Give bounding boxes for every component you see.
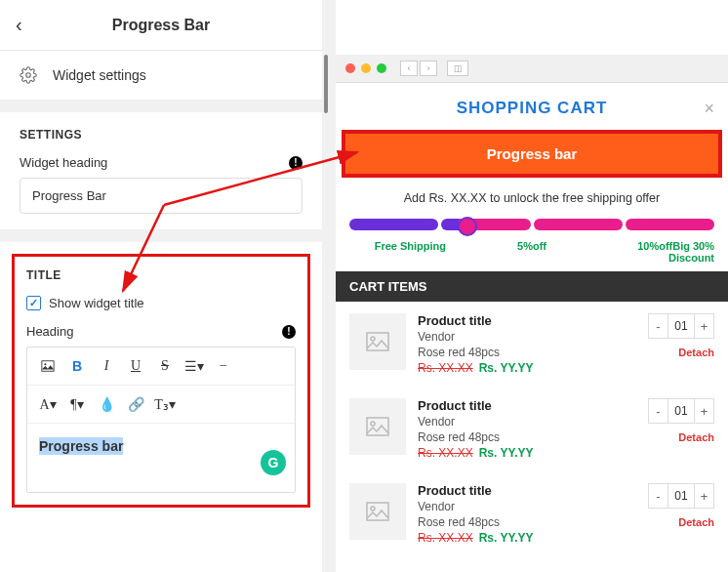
align-button[interactable]: ☰▾ [180,353,209,379]
product-variant: Rose red 48pcs [418,430,636,444]
qty-value: 01 [668,399,694,423]
panel-header: ‹ Progress Bar [0,0,322,51]
cart-title: SHOPPING CART [457,99,608,118]
widget-heading-input[interactable] [20,178,303,214]
cart-header: SHOPPING CART × [336,83,728,130]
progress-seg [626,219,714,230]
editor-content[interactable]: Progress bar [27,424,295,492]
nav-fwd-icon[interactable]: › [420,61,437,76]
product-title: Product title [418,313,636,328]
tier-label: Free Shipping [349,240,471,264]
settings-heading: SETTINGS [20,128,303,142]
preview-panel: ‹ › ◫ SHOPPING CART × Progress bar Add R… [336,0,728,572]
info-icon[interactable]: ! [289,156,303,170]
qty-stepper: -01+ [648,398,714,424]
new-price: Rs. YY.YY [479,446,534,460]
qty-minus[interactable]: - [649,484,668,508]
minus-button[interactable]: − [209,353,238,379]
product-variant: Rose red 48pcs [418,515,636,529]
qty-plus[interactable]: + [694,314,713,338]
qty-value: 01 [668,314,694,338]
product-variant: Rose red 48pcs [418,346,636,359]
qty-minus[interactable]: - [649,314,668,338]
info-icon[interactable]: ! [282,325,296,339]
editor-text: Progress bar [39,437,123,455]
svg-rect-1 [42,361,54,372]
progress-seg [534,219,623,230]
left-panel: ‹ Progress Bar Widget settings SETTINGS … [0,0,322,572]
product-vendor: Vendor [418,500,636,513]
product-thumb [349,398,406,455]
paragraph-button[interactable]: ¶▾ [62,391,92,417]
cart-item: Product titleVendorRose red 48pcsRs. XX.… [336,387,728,471]
grammarly-icon[interactable]: G [261,450,286,475]
progress-banner: Progress bar [342,130,722,178]
unlock-message: Add Rs. XX.XX to unlock the free shippin… [336,178,728,219]
close-icon[interactable]: × [704,99,714,119]
back-button[interactable]: ‹ [16,14,22,36]
svg-point-8 [371,507,375,511]
bold-button[interactable]: B [62,353,92,379]
detach-link[interactable]: Detach [648,347,714,358]
tier-labels: Free Shipping 5%off 10%offBig 30% Discou… [336,240,728,264]
qty-plus[interactable]: + [694,399,713,423]
svg-rect-3 [367,333,388,350]
widget-heading-label: Widget heading [20,155,107,170]
progress-track [336,219,728,230]
tier-label: 5%off [471,240,593,264]
divider-strip [0,230,322,242]
window-min-icon [361,63,371,73]
cart-list: Product titleVendorRose red 48pcsRs. XX.… [336,302,728,556]
widget-settings-row[interactable]: Widget settings [0,51,322,101]
new-price: Rs. YY.YY [479,531,534,545]
product-vendor: Vendor [418,415,636,429]
new-price: Rs. YY.YY [479,361,534,375]
clear-format-button[interactable]: T₃▾ [150,391,180,417]
italic-button[interactable]: I [92,353,121,379]
product-title: Product title [418,398,636,413]
show-title-checkbox[interactable]: ✓ [26,296,41,310]
sidebar-icon[interactable]: ◫ [447,61,468,76]
editor-toolbar: B I U S ☰▾ − A▾ ¶▾ 💧 🔗 T₃▾ [27,347,295,424]
svg-point-4 [371,337,375,341]
product-vendor: Vendor [418,330,636,344]
detach-link[interactable]: Detach [648,431,714,443]
window-max-icon [377,63,386,73]
detach-link[interactable]: Detach [648,516,714,528]
heading-label: Heading [26,324,73,339]
underline-button[interactable]: U [121,353,150,379]
qty-minus[interactable]: - [649,399,668,423]
panel-divider[interactable] [322,0,336,572]
svg-rect-5 [367,418,388,435]
rich-editor: B I U S ☰▾ − A▾ ¶▾ 💧 🔗 T₃▾ [26,347,296,493]
product-thumb [349,313,406,370]
qty-plus[interactable]: + [694,484,713,508]
divider-strip [0,101,322,112]
svg-rect-7 [367,503,388,520]
panel-title: Progress Bar [112,17,211,34]
svg-point-6 [371,422,375,426]
browser-chrome: ‹ › ◫ [336,55,728,83]
link-button[interactable]: 🔗 [121,391,150,417]
progress-seg [349,219,438,230]
show-title-label: Show widget title [49,296,144,310]
cart-item: Product titleVendorRose red 48pcsRs. XX.… [336,471,728,556]
svg-point-0 [26,73,31,78]
product-title: Product title [418,483,636,498]
old-price: Rs. XX.XX [418,446,473,460]
qty-stepper: -01+ [648,483,714,509]
strike-button[interactable]: S [150,353,180,379]
color-button[interactable]: 💧 [92,391,121,417]
nav-back-icon[interactable]: ‹ [400,61,418,76]
gear-icon [20,66,37,84]
cart-items-header: CART ITEMS [336,271,728,302]
progress-seg [441,219,530,230]
widget-settings-label: Widget settings [53,67,146,83]
cart-item: Product titleVendorRose red 48pcsRs. XX.… [336,302,728,387]
font-button[interactable]: A▾ [33,391,62,417]
image-icon[interactable] [33,353,62,379]
window-close-icon [345,63,355,73]
title-heading: TITLE [26,268,296,282]
old-price: Rs. XX.XX [418,361,473,375]
qty-value: 01 [668,484,694,508]
